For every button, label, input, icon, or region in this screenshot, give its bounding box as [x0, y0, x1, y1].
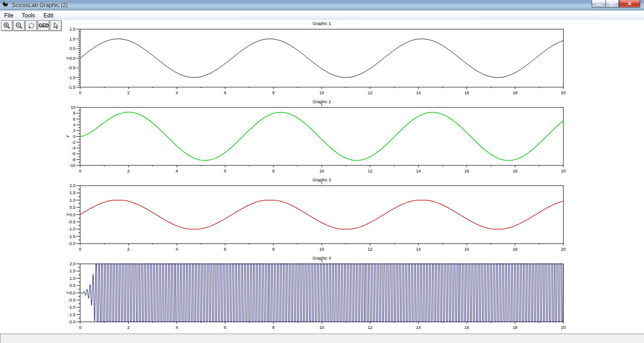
svg-text:10: 10: [319, 90, 324, 95]
svg-text:0.0: 0.0: [69, 56, 75, 61]
svg-text:-1.0: -1.0: [68, 75, 75, 80]
svg-text:12: 12: [368, 247, 372, 252]
svg-text:20: 20: [561, 90, 566, 95]
svg-text:4: 4: [73, 122, 75, 127]
svg-text:0: 0: [79, 247, 81, 252]
svg-text:18: 18: [512, 247, 517, 252]
svg-text:-2.0: -2.0: [68, 241, 75, 246]
svg-text:18: 18: [512, 90, 517, 95]
scicoslab-graphic-window: ScicosLab Graphic (2) ✕ File Tools Edit: [0, 0, 644, 343]
svg-text:0: 0: [79, 90, 81, 95]
svg-text:14: 14: [416, 169, 421, 173]
zoom-out-button[interactable]: [13, 20, 25, 31]
svg-text:Graphic 4: Graphic 4: [313, 256, 331, 261]
svg-text:8: 8: [272, 325, 274, 330]
svg-text:20: 20: [561, 169, 566, 173]
svg-text:4: 4: [175, 325, 178, 330]
svg-text:-10: -10: [69, 163, 75, 168]
menu-file[interactable]: File: [0, 11, 17, 20]
svg-text:8: 8: [272, 169, 274, 173]
close-icon: ✕: [627, 1, 632, 7]
svg-text:-1.0: -1.0: [68, 305, 75, 310]
close-button[interactable]: ✕: [619, 0, 640, 8]
svg-text:0.5: 0.5: [69, 205, 75, 210]
svg-text:6: 6: [224, 325, 226, 330]
rotate-icon: [27, 22, 35, 30]
svg-text:1.5: 1.5: [69, 269, 75, 273]
svg-text:2: 2: [127, 169, 130, 173]
svg-text:-8: -8: [72, 157, 75, 162]
svg-text:14: 14: [416, 90, 421, 95]
svg-text:0.0: 0.0: [69, 212, 75, 217]
svg-text:16: 16: [464, 90, 469, 95]
svg-text:Y: Y: [66, 135, 70, 138]
ged-button[interactable]: GED: [38, 20, 50, 31]
minimize-button[interactable]: [592, 0, 605, 8]
graphic-4-chart[interactable]: Graphic 4tY2.01.51.00.50.0-0.5-1.0-1.5-2…: [57, 254, 585, 343]
svg-text:10: 10: [319, 325, 324, 330]
menu-tools[interactable]: Tools: [17, 11, 39, 20]
menubar: File Tools Edit: [0, 11, 644, 20]
svg-text:8: 8: [272, 247, 274, 252]
svg-text:1.5: 1.5: [69, 27, 75, 32]
svg-text:10: 10: [319, 247, 324, 252]
svg-text:4: 4: [175, 90, 178, 95]
svg-text:6: 6: [73, 117, 75, 122]
svg-text:0.5: 0.5: [69, 283, 75, 288]
svg-text:1.0: 1.0: [69, 198, 75, 203]
svg-text:16: 16: [464, 169, 469, 173]
svg-text:10: 10: [71, 105, 75, 110]
svg-text:8: 8: [73, 111, 75, 115]
titlebar[interactable]: ScicosLab Graphic (2) ✕: [0, 0, 644, 10]
minimize-icon: [596, 4, 602, 6]
svg-text:2.0: 2.0: [69, 261, 75, 266]
graphic-1-plot-canvas[interactable]: Graphic 1tY1.51.00.50.0-0.5-1.0-1.502468…: [57, 20, 585, 109]
restore-button[interactable]: [605, 0, 619, 8]
svg-text:10: 10: [319, 169, 324, 173]
svg-text:-0.5: -0.5: [68, 220, 75, 224]
restore-icon: [610, 1, 615, 6]
window-title: ScicosLab Graphic (2): [12, 2, 68, 8]
svg-text:1.0: 1.0: [69, 37, 75, 41]
graphic-1-chart[interactable]: Graphic 1tY1.51.00.50.0-0.5-1.0-1.502468…: [57, 20, 585, 109]
svg-text:-1.0: -1.0: [68, 227, 75, 231]
svg-text:0: 0: [79, 325, 81, 330]
svg-text:-2: -2: [72, 140, 75, 145]
svg-text:4: 4: [175, 169, 178, 173]
ged-label: GED: [39, 23, 49, 28]
svg-text:18: 18: [512, 169, 517, 173]
svg-text:16: 16: [464, 247, 469, 252]
svg-text:0: 0: [73, 134, 75, 139]
svg-text:0.5: 0.5: [69, 46, 75, 51]
menu-edit[interactable]: Edit: [39, 11, 58, 20]
rotate-button[interactable]: [25, 20, 37, 31]
svg-text:-0.5: -0.5: [68, 65, 75, 70]
background-window-edge: [0, 334, 644, 343]
graphic-4-plot-canvas[interactable]: Graphic 4tY2.01.51.00.50.0-0.5-1.0-1.5-2…: [57, 254, 585, 343]
svg-text:Graphic 2: Graphic 2: [313, 99, 331, 104]
zoom-out-icon: [15, 22, 23, 30]
window-controls: ✕: [592, 0, 640, 8]
svg-text:Graphic 1: Graphic 1: [313, 21, 331, 26]
svg-text:-4: -4: [72, 146, 75, 150]
svg-text:2.0: 2.0: [69, 183, 75, 188]
svg-text:20: 20: [561, 247, 566, 252]
svg-text:-1.5: -1.5: [68, 234, 75, 239]
zoom-in-button[interactable]: [1, 20, 13, 31]
svg-text:2: 2: [127, 325, 130, 330]
svg-text:6: 6: [224, 169, 226, 173]
graphic-2-chart[interactable]: Graphic 2tY1086420-2-4-6-8-1002468101214…: [57, 98, 585, 188]
svg-text:1.5: 1.5: [69, 190, 75, 195]
svg-text:0.0: 0.0: [69, 291, 75, 295]
svg-text:0: 0: [79, 169, 81, 173]
graphic-2-plot-canvas[interactable]: Graphic 2tY1086420-2-4-6-8-1002468101214…: [57, 98, 585, 188]
graphic-3-plot-canvas[interactable]: Graphic 3tY2.01.51.00.50.0-0.5-1.0-1.5-2…: [57, 176, 585, 266]
svg-text:2: 2: [127, 247, 130, 252]
zoom-in-icon: [3, 22, 11, 30]
svg-text:12: 12: [368, 169, 372, 173]
svg-text:20: 20: [561, 325, 566, 330]
graphic-3-chart[interactable]: Graphic 3tY2.01.51.00.50.0-0.5-1.0-1.5-2…: [57, 176, 585, 266]
svg-text:2: 2: [127, 90, 130, 95]
svg-text:12: 12: [368, 325, 372, 330]
svg-text:1.0: 1.0: [69, 276, 75, 281]
